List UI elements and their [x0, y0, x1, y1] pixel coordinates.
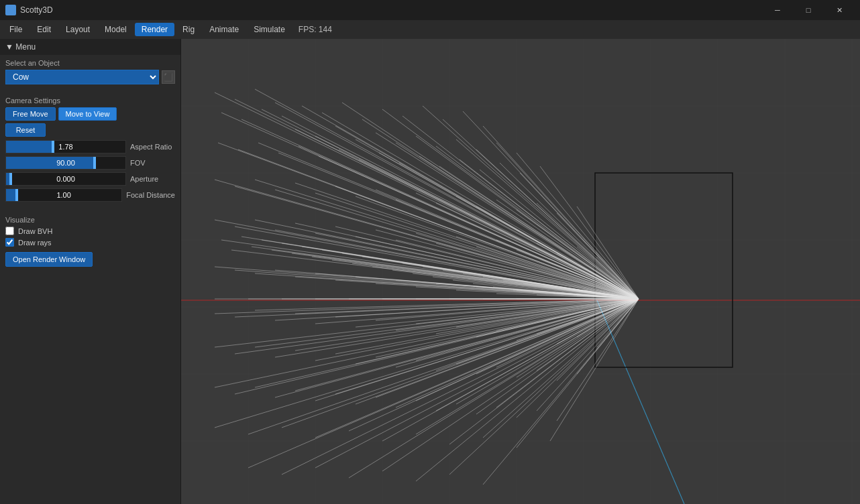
restore-button[interactable]: □ [793, 0, 824, 20]
select-object-section: Select an Object Cow ⬛ [0, 55, 180, 88]
camera-settings-section: Camera Settings Free Move Move to View R… [0, 88, 180, 208]
select-object-label: Select an Object [5, 59, 175, 67]
free-move-button[interactable]: Free Move [5, 107, 56, 121]
aperture-row: 0.000 Aperture [5, 172, 175, 186]
open-render-window-button[interactable]: Open Render Window [5, 252, 93, 267]
draw-bvh-checkbox[interactable] [5, 227, 14, 235]
aspect-ratio-row: 1.78 Aspect Ratio [5, 139, 175, 154]
aspect-ratio-label: Aspect Ratio [130, 143, 172, 151]
titlebar: Scotty3D ─ □ ✕ [0, 0, 860, 20]
menu-model[interactable]: Model [98, 23, 133, 36]
app-icon [5, 5, 16, 15]
object-dropdown[interactable]: Cow [5, 70, 159, 84]
window-controls: ─ □ ✕ [762, 0, 855, 20]
svg-rect-0 [181, 39, 860, 504]
aperture-value: 0.000 [6, 175, 125, 183]
reset-button[interactable]: Reset [5, 123, 46, 137]
aperture-label: Aperture [130, 175, 158, 183]
fov-row: 90.00 FOV [5, 155, 175, 170]
draw-bvh-row: Draw BVH [5, 227, 175, 235]
focal-distance-label: Focal Distance [126, 191, 175, 199]
viewport[interactable] [181, 39, 860, 504]
aspect-ratio-slider[interactable]: 1.78 [5, 140, 126, 153]
menu-file[interactable]: File [3, 23, 29, 36]
draw-bvh-label[interactable]: Draw BVH [18, 227, 52, 235]
fps-display: FPS: 144 [299, 25, 332, 34]
app-title: Scotty3D [20, 5, 762, 15]
focal-distance-value: 1.00 [6, 191, 121, 199]
draw-rays-row: Draw rays [5, 238, 175, 247]
menu-simulate[interactable]: Simulate [247, 23, 292, 36]
aperture-slider[interactable]: 0.000 [5, 172, 126, 186]
main-layout: ▼ Menu Select an Object Cow ⬛ Camera Set… [0, 39, 860, 504]
visualize-section: Visualize Draw BVH Draw rays Open Render… [0, 208, 180, 271]
focal-distance-slider[interactable]: 1.00 [5, 188, 122, 202]
fov-slider[interactable]: 90.00 [5, 156, 126, 170]
menu-collapse-header[interactable]: ▼ Menu [0, 39, 180, 55]
sidebar: ▼ Menu Select an Object Cow ⬛ Camera Set… [0, 39, 181, 504]
aspect-ratio-value: 1.78 [6, 143, 125, 151]
minimize-button[interactable]: ─ [762, 0, 793, 20]
menu-edit[interactable]: Edit [30, 23, 58, 36]
menu-animate[interactable]: Animate [203, 23, 246, 36]
fov-value: 90.00 [6, 159, 125, 167]
focal-distance-row: 1.00 Focal Distance [5, 188, 175, 202]
fov-label: FOV [130, 159, 146, 167]
close-button[interactable]: ✕ [824, 0, 855, 20]
menubar: File Edit Layout Model Render Rig Animat… [0, 20, 860, 39]
move-to-view-button[interactable]: Move to View [58, 107, 117, 121]
draw-rays-checkbox[interactable] [5, 238, 14, 247]
menu-render[interactable]: Render [135, 23, 174, 36]
rays-visualization [181, 39, 860, 504]
object-action-button[interactable]: ⬛ [162, 70, 175, 84]
menu-layout[interactable]: Layout [59, 23, 97, 36]
draw-rays-label[interactable]: Draw rays [18, 239, 52, 247]
object-select-row: Cow ⬛ [5, 70, 175, 84]
camera-settings-label: Camera Settings [5, 97, 175, 105]
camera-mode-buttons: Free Move Move to View [5, 107, 175, 121]
menu-collapse-label: ▼ Menu [5, 42, 36, 52]
visualize-label: Visualize [5, 216, 175, 224]
menu-rig[interactable]: Rig [176, 23, 201, 36]
